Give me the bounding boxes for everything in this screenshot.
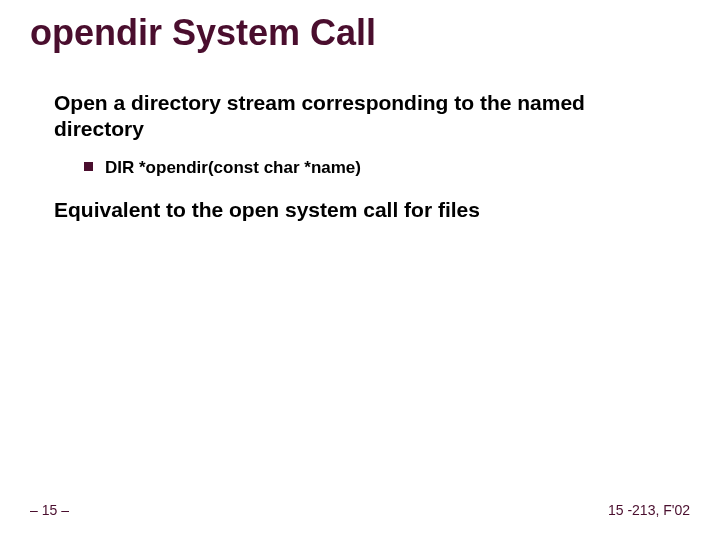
slide-body: Open a directory stream corresponding to… bbox=[30, 90, 680, 237]
body-paragraph-2: Equivalent to the open system call for f… bbox=[30, 197, 680, 223]
footer-page-number: – 15 – bbox=[30, 502, 69, 518]
list-item-label: DIR *opendir(const char *name) bbox=[105, 157, 361, 179]
list-item: DIR *opendir(const char *name) bbox=[30, 157, 680, 179]
square-bullet-icon bbox=[84, 162, 93, 171]
footer-course-tag: 15 -213, F'02 bbox=[608, 502, 690, 518]
slide-title: opendir System Call bbox=[30, 12, 376, 54]
slide: opendir System Call Open a directory str… bbox=[0, 0, 720, 540]
body-paragraph-1: Open a directory stream corresponding to… bbox=[30, 90, 680, 143]
